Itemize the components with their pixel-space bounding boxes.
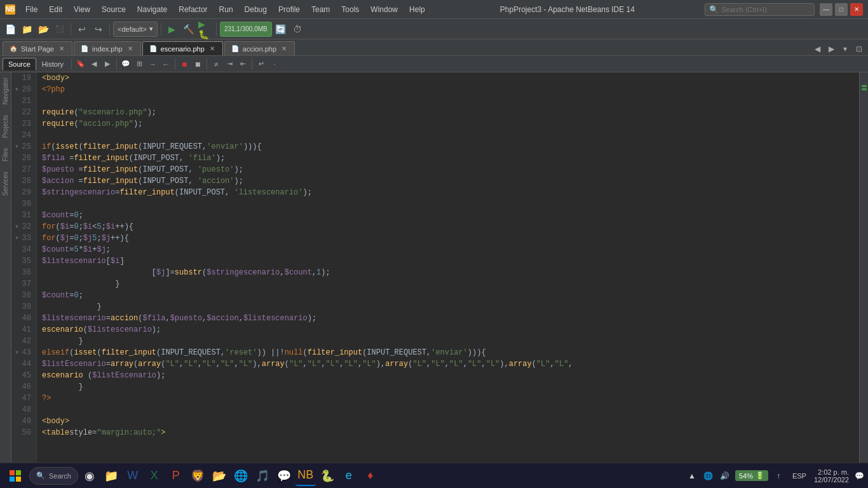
arrow-up-icon[interactable]: ↑ xyxy=(772,470,785,482)
start-button[interactable] xyxy=(3,463,28,489)
new-project-button[interactable]: 📁 xyxy=(19,22,34,37)
taskbar-brave[interactable]: 🦁 xyxy=(187,466,208,486)
tab-accion-php[interactable]: 📄 accion.php ✕ xyxy=(224,41,295,55)
shift-left-button[interactable]: ⇤ xyxy=(236,58,249,71)
tab-escenario-close[interactable]: ✕ xyxy=(208,45,216,53)
run-project-button[interactable]: ▶ xyxy=(165,22,180,37)
code-lines[interactable]: <body> <?php require("escenario.php"); r… xyxy=(37,72,859,471)
record-macro-button[interactable]: ⏺ xyxy=(178,58,191,71)
diff-button[interactable]: ≠ xyxy=(210,58,222,71)
config-dropdown[interactable]: <default> ▾ xyxy=(113,22,158,37)
tab-start-close[interactable]: ✕ xyxy=(58,45,65,53)
open-file-button[interactable]: ⬛ xyxy=(52,22,67,37)
right-scroll-gutter xyxy=(859,72,868,471)
tab-restore-button[interactable]: ⊡ xyxy=(853,43,865,55)
taskbar-search[interactable]: 🔍 Search xyxy=(29,467,78,485)
tab-start-page[interactable]: 🏠 Start Page ✕ xyxy=(3,41,72,55)
menu-help[interactable]: Help xyxy=(404,3,430,17)
navigator-label[interactable]: Navigator xyxy=(1,72,10,110)
source-tab[interactable]: Source xyxy=(3,58,36,71)
toggle-comment-button[interactable]: 💬 xyxy=(119,58,132,71)
menu-source[interactable]: Source xyxy=(97,3,131,17)
maximize-button[interactable]: □ xyxy=(835,3,848,16)
close-button[interactable]: ✕ xyxy=(850,3,863,16)
tab-index-close[interactable]: ✕ xyxy=(126,45,134,53)
debug-button[interactable]: ▶🐛 xyxy=(198,22,213,37)
menu-refactor[interactable]: Refactor xyxy=(173,3,212,17)
menu-debug[interactable]: Debug xyxy=(240,3,272,17)
title-bar: NB File Edit View Source Navigate Refact… xyxy=(0,0,868,19)
tab-escenario-php[interactable]: 📄 escenario.php ✕ xyxy=(142,41,223,55)
tab-list-button[interactable]: ▾ xyxy=(839,43,851,55)
taskbar-ie[interactable]: e xyxy=(339,466,359,486)
code-editor[interactable]: 19 ▼20 21 22 23 24 ▼25 26 27 28 29 30 31… xyxy=(11,72,859,471)
format-code-button[interactable]: ⊞ xyxy=(133,58,146,71)
wrap-lines-button[interactable]: ↵ xyxy=(255,58,268,71)
taskbar-music[interactable]: 🎵 xyxy=(252,466,273,486)
next-bookmark-button[interactable]: ▶ xyxy=(101,58,114,71)
tab-index-php[interactable]: 📄 index.php ✕ xyxy=(74,41,141,55)
show-whitespace-button[interactable]: · xyxy=(268,58,281,71)
code-line-35: $listescenario[$i] xyxy=(42,255,859,267)
menu-file[interactable]: File xyxy=(20,3,43,17)
taskbar-powerpoint[interactable]: P xyxy=(166,466,186,486)
tray-volume-icon[interactable]: 🔊 xyxy=(719,470,731,482)
menu-team[interactable]: Team xyxy=(306,3,335,17)
taskbar-netbeans[interactable]: NB xyxy=(295,466,316,486)
refresh-button[interactable]: 🔄 xyxy=(273,22,288,37)
redo-button[interactable]: ↪ xyxy=(91,22,106,37)
taskbar-excel[interactable]: X xyxy=(144,466,165,486)
tab-next-button[interactable]: ▶ xyxy=(825,43,837,55)
menu-tools[interactable]: Tools xyxy=(336,3,364,17)
menu-navigate[interactable]: Navigate xyxy=(132,3,172,17)
title-search-input[interactable] xyxy=(721,6,810,13)
build-button[interactable]: 🔨 xyxy=(181,22,196,37)
menu-edit[interactable]: Edit xyxy=(44,3,67,17)
menu-window[interactable]: Window xyxy=(365,3,403,17)
indent-button[interactable]: → xyxy=(146,58,159,71)
toggle-bookmark-button[interactable]: 🔖 xyxy=(74,58,87,71)
projects-label[interactable]: Projects xyxy=(1,110,10,143)
menu-profile[interactable]: Profile xyxy=(273,3,305,17)
taskbar-discord[interactable]: 💬 xyxy=(274,466,294,486)
prev-bookmark-button[interactable]: ◀ xyxy=(88,58,100,71)
tab-index-label: index.php xyxy=(92,45,123,53)
tab-prev-button[interactable]: ◀ xyxy=(811,43,824,55)
notification-icon[interactable]: 💬 xyxy=(853,470,865,482)
taskbar-files[interactable]: 📂 xyxy=(209,466,229,486)
services-label[interactable]: Services xyxy=(1,166,10,201)
task-view-button[interactable]: ◉ xyxy=(79,466,100,486)
taskbar-chrome[interactable]: 🌐 xyxy=(231,466,251,486)
fold-20[interactable]: ▼ xyxy=(14,86,20,93)
tray-network-icon[interactable]: 🌐 xyxy=(702,470,715,482)
profile-button[interactable]: ⏱ xyxy=(290,22,305,37)
menu-view[interactable]: View xyxy=(69,3,95,17)
taskbar-file-explorer[interactable]: 📁 xyxy=(101,466,121,486)
taskbar-python[interactable]: 🐍 xyxy=(317,466,337,486)
stop-macro-button[interactable]: ⏹ xyxy=(191,58,204,71)
memory-indicator[interactable]: 231,1/300,0MB xyxy=(220,22,272,37)
title-search-box[interactable]: 🔍 xyxy=(705,3,815,16)
open-project-button[interactable]: 📂 xyxy=(36,22,51,37)
fold-25[interactable]: ▼ xyxy=(14,144,20,150)
shift-right-button[interactable]: ⇥ xyxy=(223,58,236,71)
taskbar-app2[interactable]: ♦ xyxy=(360,466,381,486)
files-label[interactable]: Files xyxy=(1,143,10,166)
battery-indicator[interactable]: 54% 🔋 xyxy=(735,470,768,481)
undo-button[interactable]: ↩ xyxy=(74,22,90,37)
battery-level: 54% xyxy=(739,472,753,480)
code-line-36: [$j]=substr($stringescenario,$count,1); xyxy=(42,267,859,278)
fold-43[interactable]: ▼ xyxy=(14,349,20,356)
outdent-button[interactable]: ← xyxy=(159,58,172,71)
minimize-button[interactable]: — xyxy=(820,3,832,16)
menu-run[interactable]: Run xyxy=(214,3,238,17)
fold-33[interactable]: ▼ xyxy=(14,235,20,241)
taskbar-word[interactable]: W xyxy=(123,466,143,486)
fold-32[interactable]: ▼ xyxy=(14,224,20,230)
tab-accion-close[interactable]: ✕ xyxy=(280,45,288,53)
new-file-button[interactable]: 📄 xyxy=(3,22,18,37)
main-toolbar: 📄 📁 📂 ⬛ ↩ ↪ <default> ▾ ▶ 🔨 ▶🐛 231,1/300… xyxy=(0,19,868,39)
history-tab[interactable]: History xyxy=(37,58,69,70)
svg-rect-1 xyxy=(16,470,21,475)
tray-arrow-icon[interactable]: ▲ xyxy=(686,470,698,482)
